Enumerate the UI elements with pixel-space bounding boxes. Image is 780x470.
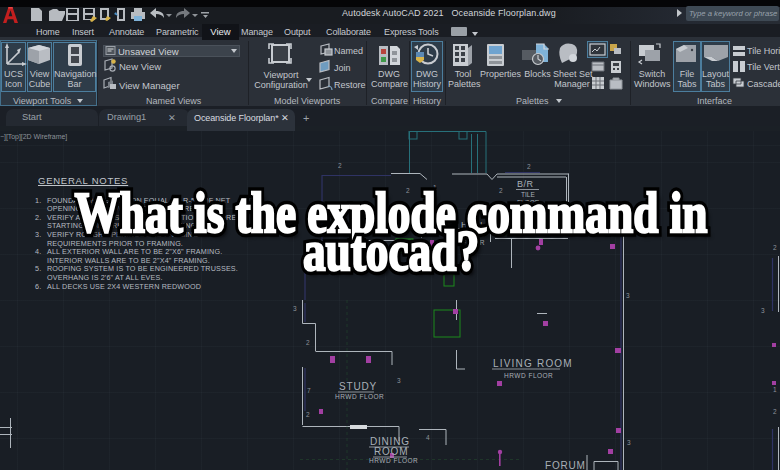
svg-text:2: 2	[773, 244, 777, 251]
svg-text:LIVING ROOM: LIVING ROOM	[493, 358, 573, 369]
svg-text:4: 4	[426, 434, 430, 441]
svg-text:ROOM: ROOM	[374, 446, 408, 457]
svg-text:3: 3	[293, 305, 297, 312]
svg-text:HRWD FLOOR: HRWD FLOOR	[369, 457, 418, 464]
svg-text:2: 2	[773, 408, 777, 415]
svg-text:3: 3	[761, 307, 765, 314]
svg-text:2: 2	[306, 411, 310, 418]
svg-text:HRWD FLOOR: HRWD FLOOR	[504, 372, 553, 379]
svg-text:HRWD FLOOR: HRWD FLOOR	[335, 393, 384, 400]
svg-text:2: 2	[338, 162, 342, 169]
svg-text:2: 2	[306, 339, 310, 346]
svg-text:FORUM: FORUM	[545, 460, 586, 470]
svg-text:1: 1	[773, 386, 777, 393]
svg-text:3: 3	[627, 439, 631, 446]
svg-text:3: 3	[626, 292, 630, 299]
svg-text:2: 2	[527, 163, 531, 170]
svg-text:3: 3	[397, 377, 401, 384]
svg-text:7: 7	[307, 387, 311, 394]
svg-text:STUDY: STUDY	[339, 381, 377, 392]
